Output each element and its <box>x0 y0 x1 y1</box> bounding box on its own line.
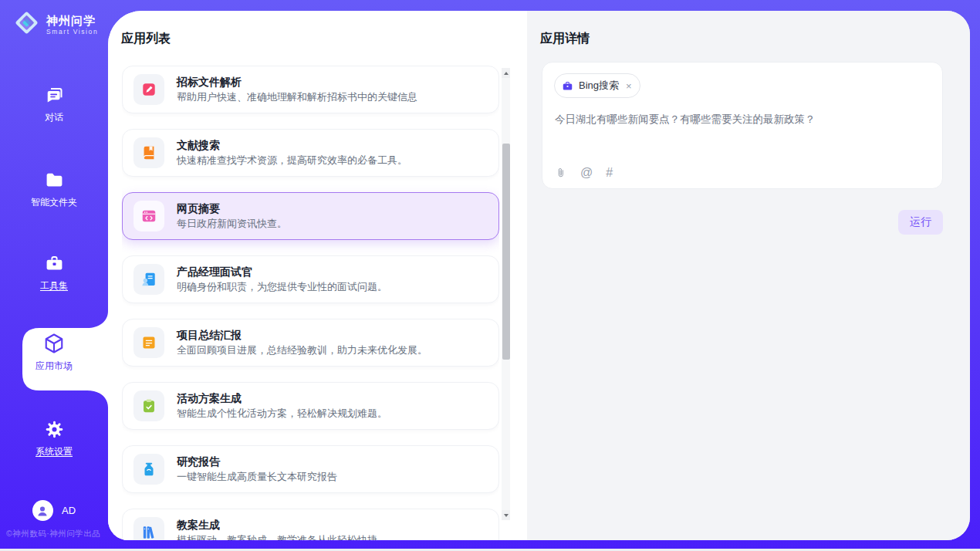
prompt-input[interactable]: 今日湖北有哪些新闻要点？有哪些需要关注的最新政策？ <box>555 112 930 127</box>
sidebar-item-app-market[interactable]: 应用市场 <box>0 332 108 371</box>
tool-tag-bing-search[interactable]: Bing搜索 × <box>554 73 640 98</box>
list-item[interactable]: 活动方案生成智能生成个性化活动方案，轻松解决规划难题。 <box>122 382 499 430</box>
chat-icon <box>44 83 65 106</box>
report-notes-icon <box>140 334 157 351</box>
list-item[interactable]: 文献搜索快速精准查找学术资源，提高研究效率的必备工具。 <box>122 129 499 177</box>
user-initials: AD <box>62 505 76 516</box>
list-item[interactable]: 项目总结汇报全面回顾项目进展，总结经验教训，助力未来优化发展。 <box>122 319 499 367</box>
brand-subtitle: Smart Vision <box>46 28 98 35</box>
sidebar-item-label: 智能文件夹 <box>31 197 77 208</box>
list-item[interactable]: 招标文件解析帮助用户快速、准确地理解和解析招标书中的关键信息 <box>122 66 499 113</box>
brand-name: 神州问学 <box>46 14 98 28</box>
brand: 神州问学 Smart Vision <box>12 8 98 40</box>
app-list-panel: 应用列表 招标文件解析帮助用户快速、准确地理解和解析招标书中的关键信息文献搜索快… <box>108 11 527 540</box>
hash-icon[interactable]: # <box>606 167 613 179</box>
brand-logo-icon <box>12 8 41 40</box>
app-description: 明确身份和职责，为您提供专业性的面试问题。 <box>177 282 387 292</box>
browser-icon <box>140 208 157 225</box>
sidebar-item-label: 工具集 <box>40 280 68 291</box>
list-item[interactable]: 教案生成模板驱动，教案秒成，教学准备从此轻松快捷 <box>122 509 499 540</box>
copyright-footer: ©神州数码·神州问学出品 <box>6 529 114 539</box>
scrollbar[interactable] <box>502 68 510 520</box>
app-description: 快速精准查找学术资源，提高研究效率的必备工具。 <box>177 155 407 166</box>
app-title: 文献搜索 <box>177 140 407 151</box>
avatar <box>32 500 53 521</box>
scrollbar-thumb[interactable] <box>502 144 510 360</box>
prompt-card: Bing搜索 × 今日湖北有哪些新闻要点？有哪些需要关注的最新政策？ @# <box>542 62 943 189</box>
app-detail-title: 应用详情 <box>540 31 590 47</box>
remove-tag-button[interactable]: × <box>626 81 632 91</box>
app-list-items: 招标文件解析帮助用户快速、准确地理解和解析招标书中的关键信息文献搜索快速精准查找… <box>122 66 499 540</box>
chevron-up-icon <box>504 72 509 75</box>
app-description: 一键智能生成高质量长文本研究报告 <box>177 472 337 482</box>
list-item[interactable]: 研究报告一键智能生成高质量长文本研究报告 <box>122 445 499 493</box>
app-list-title: 应用列表 <box>121 31 171 47</box>
sidebar: 神州问学 Smart Vision 对话智能文件夹工具集应用市场系统设置 AD … <box>0 0 108 551</box>
app-description: 智能生成个性化活动方案，轻松解决规划难题。 <box>177 408 387 419</box>
briefcase-icon <box>562 80 573 92</box>
app-description: 帮助用户快速、准确地理解和解析招标书中的关键信息 <box>177 92 417 103</box>
scroll-down-button[interactable] <box>502 510 510 520</box>
sidebar-item-label: 应用市场 <box>35 360 73 371</box>
attachment-icon[interactable] <box>555 167 567 179</box>
app-description: 每日政府新闻资讯快查。 <box>177 218 287 229</box>
chevron-down-icon <box>504 514 509 517</box>
edit-document-icon <box>140 81 157 98</box>
app-description: 全面回顾项目进展，总结经验教训，助力未来优化发展。 <box>177 345 427 356</box>
sidebar-item-smart-folders[interactable]: 智能文件夹 <box>0 168 108 208</box>
composer-toolbar: @# <box>555 167 613 179</box>
main-content: 应用列表 招标文件解析帮助用户快速、准确地理解和解析招标书中的关键信息文献搜索快… <box>108 11 970 540</box>
books-icon <box>140 524 157 540</box>
interview-doc-icon <box>140 271 157 288</box>
app-title: 网页摘要 <box>177 203 287 215</box>
app-title: 研究报告 <box>177 456 337 468</box>
list-item[interactable]: 网页摘要每日政府新闻资讯快查。 <box>122 192 499 240</box>
person-icon <box>35 504 49 518</box>
app-title: 活动方案生成 <box>177 393 387 404</box>
sidebar-item-label: 系统设置 <box>35 446 73 457</box>
sidebar-item-toolset[interactable]: 工具集 <box>0 252 108 291</box>
cube-icon <box>42 332 66 355</box>
app-title: 项目总结汇报 <box>177 330 427 341</box>
folder-icon <box>44 168 65 191</box>
app-description: 模板驱动，教案秒成，教学准备从此轻松快捷 <box>177 535 377 540</box>
scroll-up-button[interactable] <box>502 68 510 78</box>
app-title: 产品经理面试官 <box>177 266 387 278</box>
sidebar-item-label: 对话 <box>45 112 63 123</box>
toolbox-icon <box>44 252 65 275</box>
app-title: 招标文件解析 <box>177 76 417 88</box>
app-title: 教案生成 <box>177 519 377 531</box>
user-account[interactable]: AD <box>0 500 108 521</box>
list-item[interactable]: 产品经理面试官明确身份和职责，为您提供专业性的面试问题。 <box>122 255 499 303</box>
sidebar-item-chat[interactable]: 对话 <box>0 83 108 123</box>
book-icon <box>140 144 157 161</box>
run-button[interactable]: 运行 <box>898 210 943 235</box>
app-detail-panel: 应用详情 Bing搜索 × 今日湖北有哪些新闻要点？有哪些需要关注的最新政策？ … <box>527 11 970 540</box>
mention-icon[interactable]: @ <box>580 167 593 179</box>
sidebar-item-system-settings[interactable]: 系统设置 <box>0 417 108 457</box>
ink-report-icon <box>140 461 157 478</box>
tool-tag-label: Bing搜索 <box>579 79 619 93</box>
gear-icon <box>44 417 65 441</box>
clipboard-check-icon <box>140 397 157 414</box>
